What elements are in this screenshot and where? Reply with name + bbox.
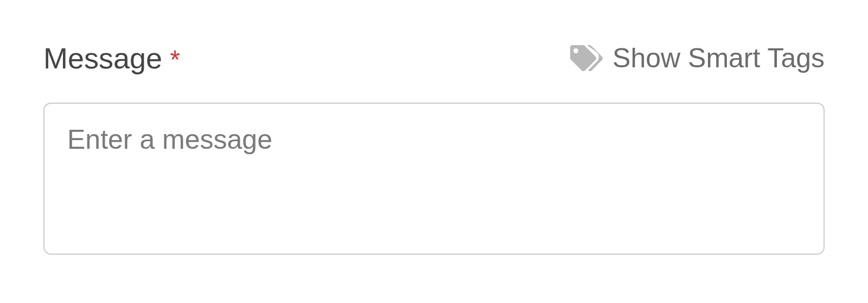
field-label-group: Message * [43,43,180,73]
show-smart-tags-label: Show Smart Tags [612,45,825,72]
message-field-label: Message [43,43,162,73]
required-asterisk: * [170,47,180,73]
show-smart-tags-link[interactable]: Show Smart Tags [570,45,825,72]
field-header: Message * Show Smart Tags [43,43,825,73]
message-input[interactable] [43,103,825,255]
tags-icon [570,45,603,72]
